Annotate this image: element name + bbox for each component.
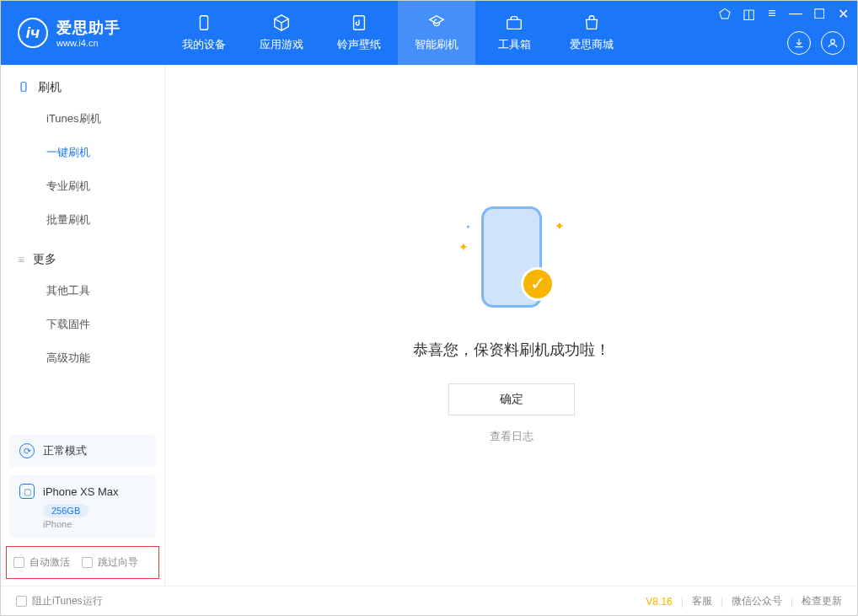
sparkle-icon: ✦ [465,223,471,231]
main-panel: ✦ ✦ ✦ ✓ 恭喜您，保资料刷机成功啦！ 确定 查看日志 [165,65,857,586]
list-icon: ≡ [18,253,24,266]
logo-area: iч 爱思助手 www.i4.cn [1,18,165,48]
lock-icon[interactable]: ◫ [741,6,756,22]
sidebar-item-download-firmware[interactable]: 下载固件 [1,308,164,341]
mode-box[interactable]: ⟳ 正常模式 [9,435,156,467]
sparkle-icon: ✦ [555,219,565,233]
section-header-more: ≡ 更多 [1,252,164,274]
checkbox-auto-activate[interactable]: 自动激活 [13,555,70,570]
nav-label: 铃声壁纸 [337,37,381,52]
svg-rect-0 [200,16,207,30]
nav-label: 应用游戏 [260,37,303,52]
success-illustration: ✦ ✦ ✦ ✓ [457,206,566,316]
svg-point-3 [831,40,835,44]
user-icon[interactable] [821,31,845,55]
nav-tab-flash[interactable]: 智能刷机 [398,1,475,65]
nav-label: 工具箱 [498,37,531,52]
nav-label: 我的设备 [182,37,226,52]
refresh-icon [427,13,446,32]
content: 刷机 iTunes刷机 一键刷机 专业刷机 批量刷机 ≡ 更多 其他工具 下载固… [1,65,857,586]
sidebar-item-advanced[interactable]: 高级功能 [1,341,164,375]
checkbox-skip-guide[interactable]: 跳过向导 [82,555,138,570]
checkbox-icon [13,557,24,568]
ok-button[interactable]: 确定 [448,383,575,415]
minimize-button[interactable]: ― [788,6,803,22]
mode-icon: ⟳ [19,443,35,458]
device-type: iPhone [43,519,146,529]
view-log-link[interactable]: 查看日志 [490,429,534,444]
app-url: www.i4.cn [56,38,121,48]
nav-tab-apps[interactable]: 应用游戏 [243,1,320,65]
nav-tab-device[interactable]: 我的设备 [165,1,243,65]
device-capacity: 256GB [43,504,88,517]
sidebar-section-more: ≡ 更多 其他工具 下载固件 高级功能 [1,237,164,375]
checkbox-icon [16,596,27,607]
phone-icon [18,81,29,95]
window-controls: ⬠ ◫ ≡ ― ☐ ✕ [717,6,850,22]
checkbox-label: 跳过向导 [98,555,138,570]
maximize-button[interactable]: ☐ [812,6,827,22]
checkbox-label: 阻止iTunes运行 [32,594,103,608]
app-name: 爱思助手 [56,18,121,38]
sidebar-bottom: ⟳ 正常模式 ▢ iPhone XS Max 256GB iPhone 自动激活 [1,426,164,586]
logo-icon: iч [18,18,48,48]
check-badge-icon: ✓ [521,267,555,301]
nav-label: 智能刷机 [415,37,458,52]
mode-label: 正常模式 [43,443,87,458]
close-button[interactable]: ✕ [835,6,850,22]
music-icon [350,13,368,32]
svg-rect-2 [507,19,522,29]
footer-link-service[interactable]: 客服 [692,594,712,608]
sparkle-icon: ✦ [458,240,469,254]
device-name: iPhone XS Max [43,485,119,498]
sidebar-item-batch-flash[interactable]: 批量刷机 [1,203,164,237]
checkbox-label: 自动激活 [29,555,70,570]
section-header-flash: 刷机 [1,80,164,102]
success-message: 恭喜您，保资料刷机成功啦！ [413,340,610,360]
svg-rect-4 [21,82,26,91]
footer-link-wechat[interactable]: 微信公众号 [732,594,782,608]
sidebar-item-oneclick-flash[interactable]: 一键刷机 [1,136,164,169]
section-title: 刷机 [38,80,62,95]
checkbox-icon [82,557,93,568]
device-box[interactable]: ▢ iPhone XS Max 256GB iPhone [9,475,156,538]
nav-label: 爱思商城 [570,37,614,52]
sidebar: 刷机 iTunes刷机 一键刷机 专业刷机 批量刷机 ≡ 更多 其他工具 下载固… [1,65,165,586]
header-action-icons [787,31,845,55]
logo-text: 爱思助手 www.i4.cn [56,18,121,48]
sidebar-section-flash: 刷机 iTunes刷机 一键刷机 专业刷机 批量刷机 [1,65,164,237]
toolbox-icon [505,13,523,32]
version-label: V8.16 [646,596,672,608]
nav-tab-toolbox[interactable]: 工具箱 [475,1,553,65]
footer-link-update[interactable]: 检查更新 [802,594,842,608]
device-icon [195,13,213,32]
sidebar-item-itunes-flash[interactable]: iTunes刷机 [1,102,164,136]
footer-right: V8.16 | 客服 | 微信公众号 | 检查更新 [646,594,842,608]
shirt-icon[interactable]: ⬠ [717,6,732,22]
footer: 阻止iTunes运行 V8.16 | 客服 | 微信公众号 | 检查更新 [1,586,857,616]
nav-tab-store[interactable]: 爱思商城 [553,1,630,65]
nav-tabs: 我的设备 应用游戏 铃声壁纸 智能刷机 工具箱 爱思商城 [165,1,630,65]
checkbox-block-itunes[interactable]: 阻止iTunes运行 [16,594,103,608]
cube-icon [272,13,291,32]
bag-icon [582,13,601,32]
sidebar-item-other-tools[interactable]: 其他工具 [1,274,164,308]
device-phone-icon: ▢ [19,484,35,499]
header: iч 爱思助手 www.i4.cn 我的设备 应用游戏 铃声壁纸 智能刷机 工具… [1,1,857,65]
section-title: 更多 [33,252,56,267]
options-highlight-box: 自动激活 跳过向导 [6,546,159,579]
download-icon[interactable] [787,31,811,55]
nav-tab-ringtones[interactable]: 铃声壁纸 [320,1,398,65]
sidebar-item-pro-flash[interactable]: 专业刷机 [1,169,164,203]
menu-icon[interactable]: ≡ [764,6,780,22]
